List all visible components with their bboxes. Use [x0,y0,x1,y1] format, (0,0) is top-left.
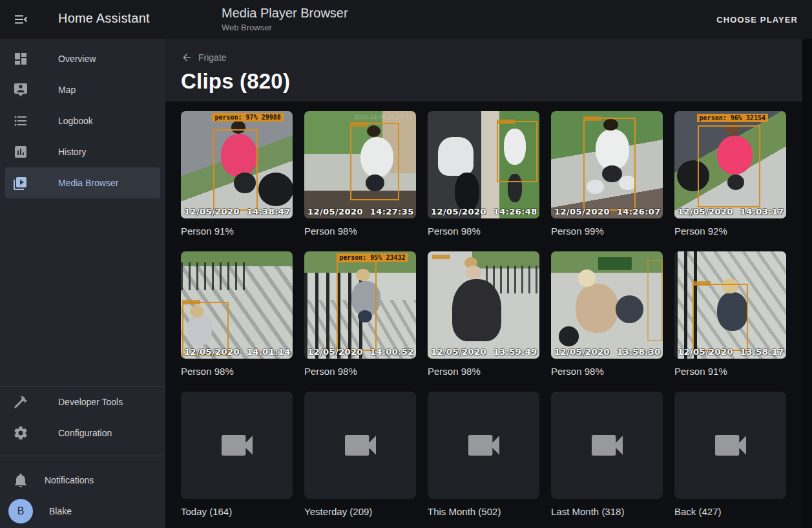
clips-grid: person: 97% 29988 12/05/2020 14:38:47 Pe… [165,101,812,517]
folder-card-back[interactable]: Back (427) [674,392,786,517]
app-bar: Home Assistant Media Player Browser Web … [0,0,812,39]
clip-card[interactable]: 12/05/2020 13:58:17 Person 91% [674,251,786,377]
detection-label: person: 96% 32154 [697,114,768,122]
detection-bbox [647,260,663,341]
app-title: Home Assistant [58,11,150,26]
clip-timestamp: 12/05/2020 14:01:14 [184,347,291,357]
page-title: Clips (820) [181,69,796,94]
folder-label: Today (164) [181,506,293,517]
detection-label: person: 95% 23432 [337,253,408,262]
clip-card[interactable]: person: 96% 32154 12/05/2020 14:03:17 Pe… [674,111,786,237]
chart-box-icon [13,144,28,160]
detection-bbox [337,261,377,351]
sidebar-item-notifications[interactable]: Notifications [0,465,165,496]
detection-bbox [583,118,636,211]
choose-player-button[interactable]: CHOOSE PLAYER [710,0,804,39]
arrow-left-icon [181,52,193,63]
sidebar-divider [0,456,165,456]
folder-card-yesterday[interactable]: Yesterday (209) [304,392,416,517]
detection-label: person: 97% 29988 [212,113,283,121]
notifications-label: Notifications [45,475,94,485]
folder-label: Yesterday (209) [304,506,416,517]
clip-card[interactable]: 2020-12-05 16:27:35 12/05/2020 14:27:35 … [304,111,416,237]
detection-mini-label [432,255,450,259]
clip-timestamp: 12/05/2020 14:00:52 [307,347,414,357]
play-box-multiple-icon [13,175,28,191]
video-camera-icon [587,425,628,466]
sidebar-item-label: Media Browser [58,178,118,188]
detection-mini-label [497,120,515,124]
folder-label: This Month (502) [428,506,539,517]
clip-card[interactable]: 12/05/2020 14:26:07 Person 99% [551,111,663,237]
detection-bbox [350,123,399,200]
clip-timestamp: 12/05/2020 13:58:30 [554,347,661,357]
bell-icon [13,472,28,488]
media-player-browser-title: Media Player Browser [222,6,348,21]
avatar: B [8,499,33,523]
clip-thumbnail: person: 96% 32154 12/05/2020 14:03:17 [674,111,786,218]
sidebar-item-label: Logbook [58,116,93,126]
clip-timestamp: 12/05/2020 14:26:48 [431,207,537,216]
folder-thumbnail [181,392,293,499]
clip-label: Person 98% [428,226,539,237]
sidebar-item-configuration[interactable]: Configuration [5,417,160,449]
folder-card-this-month[interactable]: This Month (502) [428,392,539,517]
folder-thumbnail [304,392,416,499]
detection-mini-label [182,300,200,304]
clip-label: Person 98% [304,226,416,237]
clip-card[interactable]: 12/05/2020 13:58:30 Person 98% [551,251,663,377]
clip-timestamp: 12/05/2020 13:58:17 [678,347,784,357]
folder-label: Back (427) [674,506,786,517]
clip-card[interactable]: person: 95% 23432 12/05/2020 14:00:52 Pe… [304,251,416,377]
breadcrumb-back-frigate[interactable]: Frigate [181,52,227,63]
sidebar-bottom: Developer Tools Configuration Notificati… [0,386,165,527]
clip-label: Person 99% [551,226,663,237]
sidebar-item-media-browser[interactable]: Media Browser [5,167,160,198]
sidebar-item-logbook[interactable]: Logbook [5,105,160,136]
clip-thumbnail: 12/05/2020 14:01:14 [181,251,293,359]
sidebar-item-developer-tools[interactable]: Developer Tools [5,386,160,417]
clip-thumbnail: 12/05/2020 13:59:49 [428,251,539,359]
media-browser-content: Frigate Clips (820) person: 97% 29988 12… [165,39,812,528]
clip-thumbnail: 12/05/2020 14:26:07 [551,111,663,218]
clip-card[interactable]: 12/05/2020 14:01:14 Person 98% [181,251,293,377]
video-camera-icon [340,425,381,466]
detection-bbox [698,125,760,208]
clip-label: Person 91% [181,226,293,237]
sidebar-item-profile[interactable]: B Blake [0,496,165,527]
clip-thumbnail: 12/05/2020 13:58:17 [674,251,786,359]
clip-thumbnail: 12/05/2020 14:26:48 [428,111,539,218]
clip-card[interactable]: 12/05/2020 13:59:49 Person 98% [428,251,539,377]
sidebar-item-map[interactable]: Map [5,74,160,105]
breadcrumb-label: Frigate [198,52,227,63]
list-bulleted-icon [13,113,28,129]
clip-timestamp: 12/05/2020 13:59:49 [431,347,537,357]
video-camera-icon [216,425,258,466]
video-camera-icon [463,425,505,466]
sidebar-item-label: Configuration [58,428,112,438]
clip-timestamp: 12/05/2020 14:38:47 [184,207,291,216]
sidebar-item-history[interactable]: History [5,136,160,167]
folder-card-today[interactable]: Today (164) [181,392,293,517]
folder-thumbnail [428,392,539,499]
clip-thumbnail: 12/05/2020 13:58:30 [551,251,663,359]
folder-thumbnail [551,392,663,499]
map-account-icon [13,82,28,98]
clip-card[interactable]: 12/05/2020 14:26:48 Person 98% [428,111,539,237]
content-header: Frigate Clips (820) [165,39,812,101]
clip-card[interactable]: person: 97% 29988 12/05/2020 14:38:47 Pe… [181,111,293,237]
sidebar-item-overview[interactable]: Overview [5,43,160,74]
sidebar-item-label: Developer Tools [58,397,123,407]
detection-bbox [497,121,537,182]
detection-bbox [213,129,258,211]
clip-thumbnail: person: 97% 29988 12/05/2020 14:38:47 [181,111,293,218]
detection-mini-label [692,281,711,286]
sidebar-toggle-icon[interactable] [13,12,28,27]
scrollbar[interactable] [802,39,812,528]
clip-timestamp: 12/05/2020 14:03:17 [678,207,784,216]
clip-label: Person 91% [674,366,786,377]
folder-card-last-month[interactable]: Last Month (318) [551,392,663,517]
clip-label: Person 98% [551,366,663,377]
detection-bbox [692,284,749,352]
clip-label: Person 98% [181,366,293,377]
